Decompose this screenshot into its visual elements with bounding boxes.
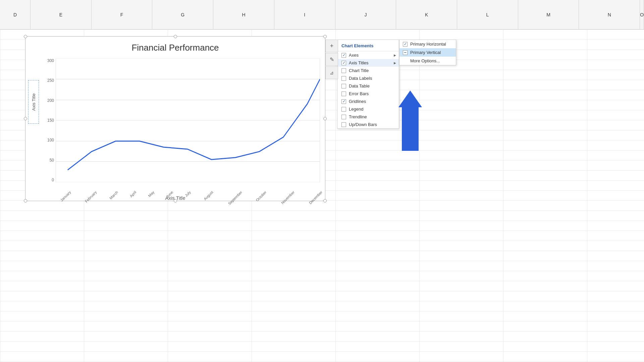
- x-label-jan: January: [59, 190, 71, 202]
- y-label-150: 150: [47, 118, 54, 123]
- y-label-200: 200: [47, 98, 54, 103]
- checkbox-data-labels[interactable]: [341, 76, 346, 81]
- checkbox-primary-vertical[interactable]: [403, 50, 408, 55]
- col-G: G: [152, 0, 213, 29]
- panel-item-axes[interactable]: Axes: [337, 51, 399, 59]
- checkbox-chart-title[interactable]: [341, 68, 346, 73]
- col-D: D: [0, 0, 31, 29]
- panel-item-data-labels-label: Data Labels: [349, 76, 372, 81]
- x-label-apr: April: [129, 190, 137, 198]
- handle-tr[interactable]: [323, 35, 327, 38]
- x-label-aug: August: [203, 190, 214, 201]
- panel-item-data-labels[interactable]: Data Labels: [337, 74, 399, 82]
- chart-line: [68, 79, 320, 170]
- y-label-0: 0: [52, 178, 54, 182]
- checkbox-updown-bars[interactable]: [341, 122, 346, 127]
- checkbox-gridlines[interactable]: [341, 99, 346, 104]
- panel-item-axis-titles[interactable]: Axis Titles: [337, 59, 399, 67]
- panel-item-data-table-label: Data Table: [349, 83, 370, 88]
- checkbox-legend[interactable]: [341, 107, 346, 112]
- panel-item-updown-bars-label: Up/Down Bars: [349, 122, 377, 127]
- chart-container[interactable]: Financial Performance Axis Title 0 50 10…: [25, 36, 325, 201]
- col-I: I: [274, 0, 335, 29]
- col-O: O: [640, 0, 644, 29]
- col-E: E: [31, 0, 92, 29]
- axis-titles-submenu: Primary Horizontal Primary Vertical More…: [399, 40, 456, 65]
- arrow-indicator: [398, 90, 422, 151]
- style-button[interactable]: ✎: [325, 53, 338, 66]
- submenu-item-primary-vertical-label: Primary Vertical: [410, 50, 441, 55]
- submenu-item-more-options[interactable]: More Options...: [399, 57, 456, 65]
- checkbox-trendline[interactable]: [341, 115, 346, 119]
- vertical-axis-title: Axis Title: [31, 93, 36, 111]
- panel-item-gridlines-label: Gridlines: [349, 99, 366, 104]
- y-label-100: 100: [47, 138, 54, 142]
- panel-title: Chart Elements: [337, 40, 399, 51]
- chart-sidebar: + ✎ ⊿: [325, 40, 338, 79]
- submenu-item-primary-vertical[interactable]: Primary Vertical: [399, 48, 456, 57]
- add-element-button[interactable]: +: [325, 40, 338, 52]
- checkbox-data-table[interactable]: [341, 84, 346, 88]
- spreadsheet: D E F G H I J K L M N O Financial Perfor…: [0, 0, 644, 362]
- panel-item-error-bars[interactable]: Error Bars: [337, 90, 399, 98]
- col-J: J: [335, 0, 396, 29]
- x-label-oct: October: [255, 190, 267, 202]
- checkbox-error-bars[interactable]: [341, 92, 346, 96]
- col-K: K: [396, 0, 457, 29]
- panel-item-axes-label: Axes: [349, 53, 359, 58]
- handle-tl[interactable]: [24, 35, 27, 38]
- chart-elements-panel: Chart Elements Axes Axis Titles Chart Ti…: [337, 40, 399, 129]
- submenu-item-primary-horizontal-label: Primary Horizontal: [410, 42, 446, 47]
- handle-tc[interactable]: [174, 35, 177, 38]
- x-label-mar: March: [109, 190, 119, 200]
- submenu-item-more-options-label: More Options...: [410, 58, 440, 63]
- filter-button[interactable]: ⊿: [325, 66, 338, 79]
- col-H: H: [213, 0, 274, 29]
- panel-item-legend-label: Legend: [349, 107, 363, 112]
- checkbox-axes[interactable]: [341, 53, 346, 58]
- panel-item-error-bars-label: Error Bars: [349, 91, 369, 96]
- vertical-axis-title-box[interactable]: Axis Title: [28, 80, 39, 124]
- checkbox-primary-horizontal[interactable]: [403, 42, 408, 47]
- panel-item-trendline[interactable]: Trendline: [337, 113, 399, 121]
- y-label-50: 50: [50, 158, 54, 163]
- panel-item-axis-titles-label: Axis Titles: [349, 60, 369, 65]
- panel-item-chart-title-label: Chart Title: [349, 68, 369, 73]
- y-label-300: 300: [47, 58, 54, 63]
- checkbox-axis-titles[interactable]: [341, 61, 346, 65]
- column-header-row: D E F G H I J K L M N O: [0, 0, 644, 29]
- horizontal-axis-title[interactable]: Axis Title: [165, 195, 185, 201]
- panel-item-updown-bars[interactable]: Up/Down Bars: [337, 121, 399, 128]
- arrow-shaft: [402, 107, 419, 151]
- panel-item-trendline-label: Trendline: [349, 114, 367, 119]
- panel-item-chart-title[interactable]: Chart Title: [337, 67, 399, 74]
- x-axis-labels: January February March April May June Ju…: [56, 190, 322, 194]
- arrow-head: [398, 90, 422, 107]
- x-label-may: May: [147, 190, 155, 198]
- chart-title[interactable]: Financial Performance: [25, 37, 325, 53]
- col-L: L: [457, 0, 518, 29]
- panel-item-legend[interactable]: Legend: [337, 105, 399, 113]
- panel-item-gridlines[interactable]: Gridlines: [337, 98, 399, 105]
- col-F: F: [92, 0, 153, 29]
- panel-item-data-table[interactable]: Data Table: [337, 82, 399, 90]
- submenu-item-primary-horizontal[interactable]: Primary Horizontal: [399, 40, 456, 48]
- col-N: N: [579, 0, 640, 29]
- chart-svg: [56, 58, 320, 182]
- col-M: M: [518, 0, 579, 29]
- y-label-250: 250: [47, 78, 54, 83]
